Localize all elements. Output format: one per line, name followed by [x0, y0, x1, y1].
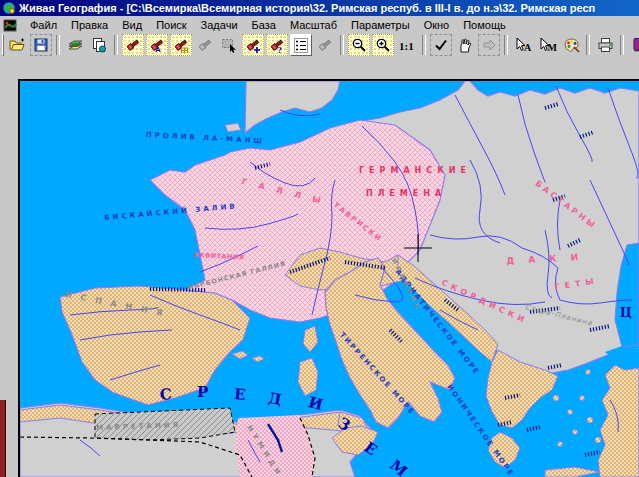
help-book-button[interactable]: ? — [628, 34, 639, 56]
check-icon — [433, 37, 449, 53]
toolbar-separator — [422, 35, 426, 55]
arrow-gray-icon — [481, 37, 497, 53]
folder-open-icon — [9, 37, 26, 53]
application-window: { "window": { "title": "Живая География … — [0, 0, 639, 477]
toolbar-separator — [504, 35, 508, 55]
help-book-icon: ? — [631, 37, 639, 53]
highlight-off-button — [194, 34, 216, 56]
menu-item-search[interactable]: Поиск — [149, 18, 193, 32]
svg-text:А: А — [155, 45, 161, 53]
zoom-in-icon — [375, 37, 391, 53]
highlight-button[interactable] — [122, 34, 144, 56]
layers-icon — [67, 37, 84, 53]
map-sheet-edge — [0, 400, 6, 477]
legend-list-button[interactable] — [290, 34, 312, 56]
cursor-text-button[interactable]: A — [512, 34, 534, 56]
zoom-1-1-button[interactable]: 1:1 — [396, 34, 418, 56]
highlight-text-button[interactable]: А — [146, 34, 168, 56]
flashlight-a-icon: А — [149, 37, 165, 53]
map-client-area: ПРОЛИВ ЛА-МАНШБИСКАЙСКИЙ ЗАЛИВАДРИАТИЧЕС… — [0, 58, 639, 477]
flashlight-gray-icon — [197, 37, 213, 53]
zoom-out-button[interactable] — [348, 34, 370, 56]
menu-item-scale[interactable]: Масштаб — [283, 18, 344, 32]
layers-button[interactable] — [64, 34, 86, 56]
menu-item-tasks[interactable]: Задачи — [194, 18, 245, 32]
save-fragment-button[interactable] — [30, 34, 52, 56]
print-button[interactable] — [594, 34, 616, 56]
toolbar-separator — [586, 35, 590, 55]
flashlight-gray-icon — [317, 37, 333, 53]
menu-item-file[interactable]: Файл — [23, 18, 64, 32]
printer-icon — [597, 37, 614, 53]
svg-text:1:1: 1:1 — [399, 40, 414, 52]
save-floppy-icon — [33, 37, 49, 53]
zoom-out-icon — [351, 37, 367, 53]
toolbar-grip[interactable] — [2, 34, 4, 56]
title-bar[interactable]: Живая География - [C:\Всемирка\Всемирная… — [0, 0, 639, 16]
window-title: Живая География - [C:\Всемирка\Всемирная… — [19, 2, 595, 14]
map-frame: ПРОЛИВ ЛА-МАНШБИСКАЙСКИЙ ЗАЛИВАДРИАТИЧЕС… — [18, 79, 639, 477]
highlight-clear-button — [314, 34, 336, 56]
menu-item-view[interactable]: Вид — [115, 18, 149, 32]
svg-text:?: ? — [278, 45, 283, 54]
one-to-one-icon: 1:1 — [398, 37, 416, 53]
flashlight-icon — [125, 37, 141, 53]
pan-hand-button[interactable] — [454, 34, 476, 56]
svg-text:A: A — [524, 42, 532, 53]
open-map-button[interactable] — [6, 34, 28, 56]
highlight-add-button[interactable] — [242, 34, 264, 56]
cursor-m-icon: M — [538, 37, 557, 53]
select-area-icon — [221, 37, 238, 53]
toolbar-separator — [114, 35, 118, 55]
toolbar-separator — [340, 35, 344, 55]
globe-map-icon — [2, 1, 16, 15]
toolbar-separator — [56, 35, 60, 55]
select-area-button[interactable] — [218, 34, 240, 56]
highlight-grid-button[interactable] — [170, 34, 192, 56]
menu-bar: ФайлПравкаВидПоискЗадачиБазаМасштабПарам… — [0, 16, 639, 33]
map-document-icon — [3, 18, 17, 31]
hand-icon — [457, 37, 473, 53]
highlight-query-button[interactable]: ? — [266, 34, 288, 56]
palette-icon — [563, 37, 580, 53]
copy-map-icon — [91, 37, 107, 53]
cursor-a-icon: A — [514, 37, 532, 53]
menu-item-help[interactable]: Помощь — [456, 18, 513, 32]
select-check-button[interactable] — [430, 34, 452, 56]
nav-forward-button — [478, 34, 500, 56]
svg-text:M: M — [547, 42, 557, 53]
toolbar-separator — [620, 35, 624, 55]
flashlight-help-icon: ? — [269, 37, 285, 53]
toolbar: А?1:1AM?i — [0, 32, 639, 59]
map-canvas[interactable]: ПРОЛИВ ЛА-МАНШБИСКАЙСКИЙ ЗАЛИВАДРИАТИЧЕС… — [20, 81, 639, 477]
menu-item-base[interactable]: База — [245, 18, 283, 32]
palette-button[interactable] — [560, 34, 582, 56]
flashlight-plus-icon — [245, 37, 261, 53]
list-icon — [294, 38, 308, 53]
cursor-object-button[interactable]: M — [536, 34, 558, 56]
menu-item-params[interactable]: Параметры — [344, 18, 417, 32]
menu-item-window[interactable]: Окно — [417, 18, 457, 32]
zoom-in-button[interactable] — [372, 34, 394, 56]
flashlight-grid-icon — [173, 37, 189, 53]
copy-map-button[interactable] — [88, 34, 110, 56]
menu-item-edit[interactable]: Правка — [64, 18, 115, 32]
